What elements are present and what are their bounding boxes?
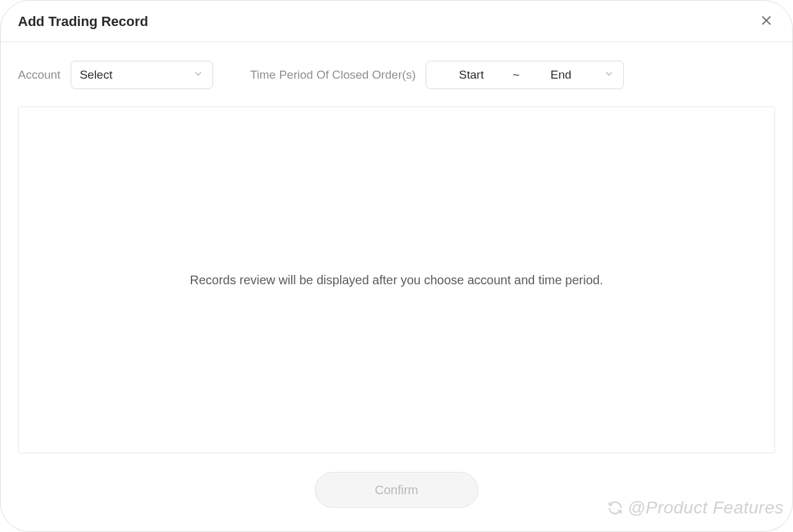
start-date-input[interactable]: Start: [435, 68, 507, 82]
account-label: Account: [18, 68, 61, 82]
account-select-value: Select: [80, 68, 113, 82]
time-period-range-picker[interactable]: Start ~ End: [426, 61, 624, 89]
modal-footer: Confirm: [1, 453, 792, 508]
records-preview-area: Records review will be displayed after y…: [18, 107, 775, 453]
modal-title: Add Trading Record: [18, 14, 148, 30]
chevron-down-icon: [603, 68, 615, 82]
account-select[interactable]: Select: [71, 61, 213, 89]
close-button[interactable]: [758, 13, 775, 30]
close-icon: [760, 14, 773, 30]
records-placeholder-text: Records review will be displayed after y…: [190, 273, 603, 287]
modal-header: Add Trading Record: [1, 1, 792, 42]
confirm-button[interactable]: Confirm: [315, 472, 478, 508]
chevron-down-icon: [193, 68, 204, 82]
add-trading-record-modal: Add Trading Record Account Select Time P…: [0, 0, 793, 532]
time-period-label: Time Period Of Closed Order(s): [250, 68, 416, 82]
end-date-input[interactable]: End: [525, 68, 597, 82]
filter-row: Account Select Time Period Of Closed Ord…: [1, 42, 792, 100]
range-separator: ~: [508, 68, 525, 82]
